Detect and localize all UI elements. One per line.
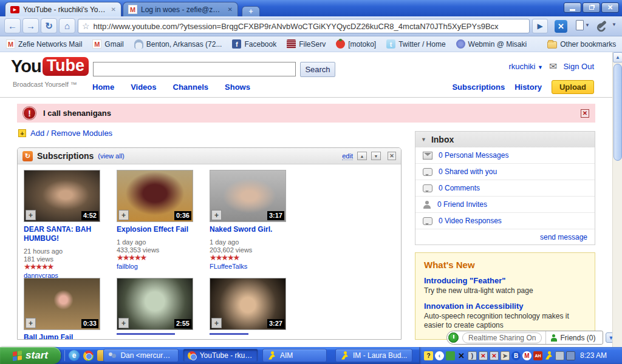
tab-youtube[interactable]: ▶ YouTube - rkuchiki's YouTube ✕ — [5, 2, 121, 16]
whats-new-link[interactable]: Introducing "Feather" — [424, 276, 586, 285]
app-icon[interactable] — [566, 351, 575, 360]
history-link[interactable]: History — [514, 83, 542, 92]
add-to-quicklist-icon[interactable]: + — [118, 210, 129, 220]
add-to-quicklist-icon[interactable]: + — [211, 318, 222, 328]
url-text[interactable]: http://www.youtube.com/?ytsession=BrqgCF… — [94, 22, 525, 31]
video-title-link[interactable]: Ball Jump Fail — [24, 333, 109, 340]
back-button[interactable]: ← — [4, 18, 21, 33]
inbox-link[interactable]: 0 Personal Messages — [439, 151, 508, 160]
video-title-link[interactable]: Naked Sword Girl. — [210, 225, 295, 234]
messages-envelope-icon[interactable]: ✉ — [549, 61, 557, 72]
xmarks-extension-icon[interactable]: ✕ — [555, 20, 567, 33]
search-input[interactable] — [93, 62, 296, 76]
nav-home[interactable]: Home — [92, 83, 114, 92]
page-menu-button[interactable]: ▼ — [576, 20, 590, 30]
add-to-quicklist-icon[interactable]: + — [26, 210, 36, 220]
go-button[interactable]: ▶ — [532, 19, 548, 33]
collapse-chevron-icon[interactable]: ‹ — [435, 351, 444, 360]
taskbar-task-aim[interactable]: AIM — [262, 349, 327, 362]
move-up-button[interactable]: ▲ — [357, 152, 367, 160]
tab-gmail[interactable]: Log in woes - zefie@zefie.... ✕ — [123, 2, 238, 16]
view-all-link[interactable]: (view all) — [98, 152, 124, 160]
gmail-notifier-icon[interactable]: M — [522, 351, 531, 360]
video-thumbnail[interactable]: + 2:55 — [117, 278, 193, 330]
friends-button[interactable]: Friends (0) — [545, 331, 600, 344]
bookmark-item[interactable]: Facebook — [232, 39, 276, 49]
subscriptions-link[interactable]: Subscriptions — [452, 83, 505, 92]
realtime-sharing-toggle[interactable]: Realtime Sharing On — [462, 332, 542, 343]
taskbar-task-dan[interactable]: Dan <mercuryli... — [103, 349, 179, 362]
tab-close-icon[interactable]: ✕ — [111, 6, 116, 13]
display-audio-icon[interactable]: ) — [468, 351, 477, 360]
page-scrollbar[interactable]: ▲ — [612, 52, 622, 347]
alert-close-icon[interactable]: ✕ — [581, 109, 589, 118]
video-title-link[interactable]: DEAR SANTA: BAH HUMBUG! — [24, 225, 109, 243]
minimize-button[interactable] — [564, 2, 581, 13]
network-error-icon[interactable]: ✕ — [490, 351, 499, 360]
nav-videos[interactable]: Videos — [131, 83, 156, 92]
bookmark-item[interactable]: Webmin @ Misaki — [456, 39, 527, 49]
search-button[interactable]: Search — [300, 62, 335, 77]
scroll-up-icon[interactable]: ▲ — [613, 52, 622, 62]
chrome-icon[interactable] — [83, 351, 94, 361]
bookmark-item[interactable]: Gmail — [92, 39, 123, 49]
username-menu[interactable]: rkuchiki ▼ — [508, 62, 543, 71]
display-icon[interactable] — [555, 351, 564, 360]
add-to-quicklist-icon[interactable]: + — [26, 318, 36, 328]
inbox-link[interactable]: 0 Friend Invites — [437, 200, 487, 209]
taskbar-task-im[interactable]: IM - Laura Bud... — [335, 349, 412, 362]
other-bookmarks-button[interactable]: Other bookmarks — [547, 39, 616, 49]
video-thumbnail[interactable]: + 3:17 — [210, 170, 286, 222]
taskbar-clock[interactable]: 8:23 AM — [580, 351, 607, 360]
wrench-menu-button[interactable]: ▼ — [598, 22, 617, 27]
restore-button[interactable] — [583, 2, 600, 13]
aim-icon[interactable] — [544, 351, 553, 360]
inbox-header[interactable]: ▼ Inbox — [415, 132, 595, 147]
x-app-icon[interactable]: ✕ — [457, 351, 466, 360]
taskbar-task-youtube[interactable]: YouTube - rkuc... — [183, 349, 258, 362]
sign-out-link[interactable]: Sign Out — [563, 62, 594, 71]
scrollbar-thumb[interactable] — [613, 64, 622, 161]
video-uploader-link[interactable]: FLuffeeTalks — [210, 263, 302, 270]
move-down-button[interactable]: ▼ — [371, 152, 381, 160]
inbox-link[interactable]: 0 Video Responses — [439, 217, 502, 225]
add-remove-modules[interactable]: + Add / Remove Modules — [18, 129, 112, 138]
add-remove-modules-link[interactable]: Add / Remove Modules — [30, 129, 112, 138]
send-message-link[interactable]: send message — [540, 233, 587, 241]
network-error-icon[interactable]: ✕ — [479, 351, 488, 360]
video-thumbnail[interactable]: + 3:27 — [210, 278, 286, 330]
upload-button[interactable]: Upload — [552, 80, 594, 94]
ah-app-icon[interactable]: AH — [533, 351, 542, 360]
bookmark-item[interactable]: FileServ — [287, 39, 326, 49]
media-player-icon[interactable]: e — [69, 350, 80, 361]
forward-button[interactable]: → — [22, 18, 39, 33]
youtube-logo[interactable]: You Tube — [11, 56, 89, 76]
video-title-link[interactable]: Explosion Effect Fail — [117, 225, 202, 234]
add-to-quicklist-icon[interactable]: + — [211, 210, 222, 220]
bookmark-item[interactable]: Twitter / Home — [386, 39, 445, 49]
add-to-quicklist-icon[interactable]: + — [118, 318, 129, 328]
bluetooth-icon[interactable]: B — [511, 351, 521, 360]
power-icon[interactable] — [448, 332, 459, 343]
bookmark-item[interactable]: Zefie Networks Mail — [6, 39, 82, 49]
new-tab-button[interactable]: + — [242, 6, 260, 16]
close-button[interactable]: ✕ — [601, 2, 619, 13]
reload-button[interactable]: ↻ — [41, 18, 57, 33]
edit-link[interactable]: edit — [342, 152, 353, 160]
bookmark-star-icon[interactable]: ☆ — [82, 21, 90, 31]
home-button[interactable]: ⌂ — [59, 18, 75, 33]
bookmark-item[interactable]: [motoko] — [336, 39, 376, 49]
start-button[interactable]: start — [0, 347, 61, 364]
help-icon[interactable]: ? — [424, 351, 433, 360]
whats-new-link[interactable]: Innovation in Accessibility — [424, 302, 586, 311]
inbox-link[interactable]: 0 Comments — [439, 184, 480, 192]
video-thumbnail[interactable]: + 4:52 — [24, 170, 100, 222]
user-status-icon[interactable] — [446, 351, 455, 360]
module-close-icon[interactable]: ✕ — [388, 152, 396, 160]
video-uploader-link[interactable]: failblog — [117, 263, 210, 270]
nav-shows[interactable]: Shows — [225, 83, 250, 92]
bookmark-item[interactable]: Benton, Arkansas (72... — [134, 39, 222, 49]
video-thumbnail[interactable]: + 0:33 — [24, 278, 100, 330]
inbox-link[interactable]: 0 Shared with you — [439, 167, 497, 176]
nav-channels[interactable]: Channels — [173, 83, 209, 92]
